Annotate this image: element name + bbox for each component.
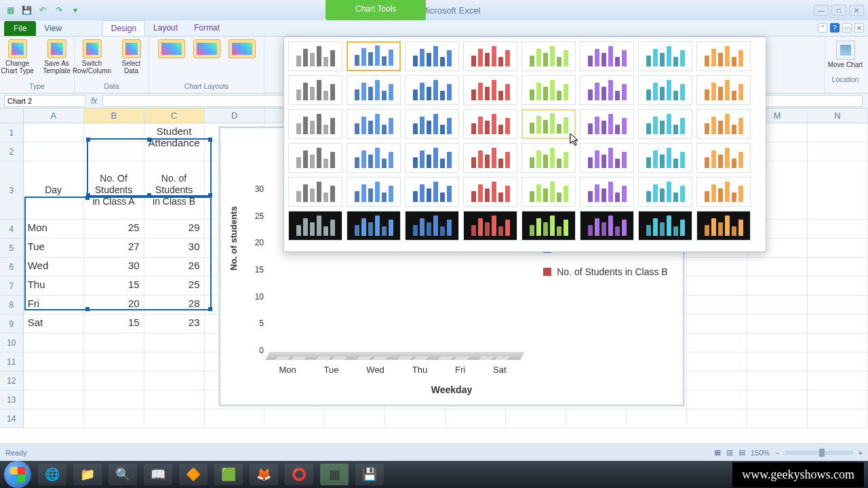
chart-style-thumb[interactable] — [347, 211, 401, 241]
chart-style-thumb[interactable] — [288, 75, 342, 105]
chart-style-thumb[interactable] — [521, 109, 576, 139]
chart-style-thumb[interactable] — [580, 143, 634, 173]
cell[interactable]: 23 — [144, 314, 205, 333]
chart-style-thumb[interactable] — [638, 143, 692, 173]
taskbar-ie-icon[interactable]: 🌐 — [38, 464, 66, 485]
chart-style-thumb[interactable] — [347, 41, 401, 71]
ribbon-minimize-icon[interactable]: ˄ — [818, 23, 827, 33]
chart-style-thumb[interactable] — [347, 75, 401, 105]
chart-style-thumb[interactable] — [347, 177, 401, 207]
chart-style-thumb[interactable] — [405, 211, 459, 241]
taskbar-vlc-icon[interactable]: 🔶 — [179, 464, 208, 485]
save-icon[interactable]: 💾 — [20, 4, 33, 16]
chart-style-thumb[interactable] — [580, 41, 634, 71]
chart-style-thumb[interactable] — [405, 109, 459, 139]
row-header[interactable]: 9 — [0, 314, 24, 333]
zoom-slider[interactable] — [785, 451, 853, 455]
chart-style-thumb[interactable] — [638, 211, 692, 241]
cell[interactable] — [24, 333, 84, 352]
column-header[interactable]: B — [84, 108, 144, 123]
column-header[interactable]: A — [24, 108, 84, 123]
redo-icon[interactable]: ↷ — [53, 4, 65, 16]
row-header[interactable]: 13 — [0, 390, 24, 409]
row-header[interactable]: 8 — [0, 296, 24, 314]
chart-style-thumb[interactable] — [405, 41, 459, 71]
column-header[interactable]: C — [144, 108, 205, 123]
chart-style-thumb[interactable] — [580, 75, 634, 105]
chart-style-thumb[interactable] — [288, 177, 342, 207]
tab-view[interactable]: View — [36, 21, 98, 36]
switch-row-column-button[interactable]: Switch Row/Column — [75, 39, 109, 75]
cell[interactable] — [24, 371, 84, 390]
cell[interactable]: 15 — [84, 314, 144, 333]
chart-layout-3[interactable] — [227, 39, 257, 60]
chart-style-thumb[interactable] — [463, 177, 517, 207]
taskbar-excel-icon[interactable]: ▦ — [320, 464, 349, 485]
cell[interactable] — [24, 352, 84, 371]
tab-file[interactable]: File — [4, 21, 36, 36]
select-data-button[interactable]: Select Data — [115, 39, 149, 75]
chart-layout-2[interactable] — [192, 39, 222, 60]
chart-style-thumb[interactable] — [696, 211, 751, 241]
tab-format[interactable]: Format — [186, 20, 228, 36]
chart-style-thumb[interactable] — [347, 109, 401, 139]
chart-style-thumb[interactable] — [463, 75, 517, 105]
cell[interactable] — [24, 123, 84, 142]
cell[interactable]: Sat — [24, 314, 84, 333]
qat-dropdown-icon[interactable]: ▾ — [69, 4, 81, 16]
chart-style-thumb[interactable] — [580, 109, 634, 139]
row-header[interactable]: 1 — [0, 123, 24, 142]
chart-style-thumb[interactable] — [347, 143, 401, 173]
chart-style-thumb[interactable] — [696, 75, 751, 105]
row-header[interactable]: 2 — [0, 142, 24, 161]
chart-style-thumb[interactable] — [463, 211, 517, 241]
chart-style-thumb[interactable] — [696, 41, 751, 71]
chart-style-thumb[interactable] — [288, 41, 342, 71]
move-chart-icon[interactable] — [836, 41, 855, 60]
chart-style-thumb[interactable] — [638, 177, 692, 207]
chart-layout-1[interactable] — [157, 39, 186, 60]
maximize-button[interactable]: □ — [831, 5, 846, 16]
view-normal-icon[interactable]: ▦ — [714, 448, 721, 457]
taskbar-firefox-icon[interactable]: 🦊 — [250, 464, 278, 485]
chart-style-thumb[interactable] — [405, 177, 459, 207]
chart-styles-gallery[interactable] — [283, 37, 766, 252]
taskbar-app-icon-3[interactable]: 🟩 — [214, 464, 243, 485]
chart-style-thumb[interactable] — [696, 143, 751, 173]
row-header[interactable]: 6 — [0, 258, 24, 277]
tab-design[interactable]: Design — [102, 20, 145, 36]
chart-style-thumb[interactable] — [521, 143, 576, 173]
chart-style-thumb[interactable] — [521, 75, 576, 105]
row-header[interactable]: 5 — [0, 239, 24, 258]
chart-style-thumb[interactable] — [580, 177, 634, 207]
chart-style-thumb[interactable] — [405, 143, 459, 173]
chart-style-thumb[interactable] — [288, 211, 342, 241]
undo-icon[interactable]: ↶ — [37, 4, 49, 16]
row-header[interactable]: 10 — [0, 333, 24, 352]
taskbar-chrome-icon[interactable]: ⭕ — [285, 464, 313, 485]
zoom-level[interactable]: 150% — [751, 449, 770, 457]
view-page-break-icon[interactable]: ▤ — [738, 448, 745, 457]
name-box[interactable] — [4, 95, 85, 107]
chart-style-thumb[interactable] — [521, 177, 576, 207]
chart-style-thumb[interactable] — [288, 143, 342, 173]
close-button[interactable]: ✕ — [849, 5, 864, 16]
help-icon[interactable]: ? — [830, 23, 840, 33]
change-chart-type-button[interactable]: Change Chart Type — [1, 39, 35, 75]
save-as-template-button[interactable]: Save As Template — [40, 39, 74, 75]
minimize-button[interactable]: — — [814, 5, 829, 16]
taskbar-app-icon-2[interactable]: 📖 — [144, 464, 172, 485]
tab-layout[interactable]: Layout — [145, 20, 186, 36]
fx-icon[interactable]: fx — [91, 96, 97, 106]
move-chart-button[interactable]: Move Chart — [825, 61, 865, 68]
column-header[interactable]: D — [205, 108, 265, 123]
row-header[interactable]: 3 — [0, 161, 24, 220]
taskbar-app-icon-1[interactable]: 🔍 — [108, 464, 137, 485]
workbook-close-icon[interactable]: ✕ — [854, 23, 864, 33]
cell[interactable] — [24, 390, 84, 409]
window-restore-icon[interactable]: ▭ — [842, 23, 852, 33]
row-header[interactable]: 11 — [0, 352, 24, 371]
chart-style-thumb[interactable] — [463, 41, 517, 71]
zoom-in-icon[interactable]: + — [859, 449, 863, 457]
taskbar-explorer-icon[interactable]: 📁 — [73, 464, 102, 485]
